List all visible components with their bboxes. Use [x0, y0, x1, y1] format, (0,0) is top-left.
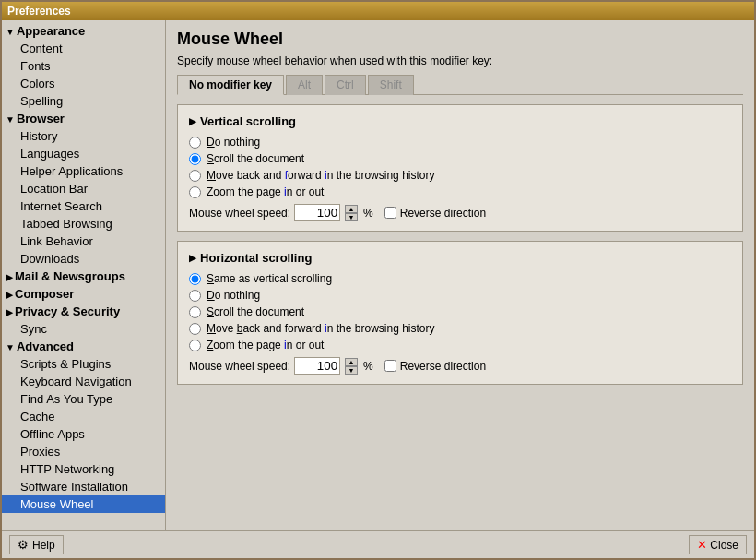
vertical-scrolling-header: ▶ Vertical scrolling	[189, 114, 731, 128]
sidebar-item-find-as-you-type[interactable]: Find As You Type	[2, 390, 165, 408]
sidebar-item-proxies[interactable]: Proxies	[2, 443, 165, 460]
vertical-scrolling-section: ▶ Vertical scrolling Do nothing Scroll t…	[177, 104, 743, 232]
sidebar-item-software-installation[interactable]: Software Installation	[2, 478, 165, 495]
v-move-back-row: Move back and forward in the browsing hi…	[189, 169, 731, 182]
triangle-icon: ▼	[6, 342, 15, 352]
v-scroll-doc-label: Scroll the document	[207, 152, 304, 165]
h-speed-input[interactable]	[294, 357, 340, 375]
sidebar-item-advanced[interactable]: ▼Advanced	[2, 338, 165, 355]
sidebar-item-appearance[interactable]: ▼Appearance	[2, 22, 165, 40]
sidebar: ▼Appearance Content Fonts Colors Spellin…	[2, 20, 166, 530]
page-title: Mouse Wheel	[177, 30, 743, 49]
preferences-window: Preferences ▼Appearance Content Fonts Co…	[0, 0, 756, 560]
v-move-back-label: Move back and forward in the browsing hi…	[207, 169, 434, 182]
h-move-back-radio[interactable]	[189, 323, 201, 335]
sidebar-item-internet-search[interactable]: Internet Search	[2, 197, 165, 215]
sidebar-item-downloads[interactable]: Downloads	[2, 250, 165, 268]
h-do-nothing-label: Do nothing	[207, 289, 260, 302]
h-speed-box: ▲ ▼	[290, 357, 358, 375]
v-do-nothing-row: Do nothing	[189, 136, 731, 149]
v-do-nothing-label: Do nothing	[207, 136, 260, 149]
triangle-icon: ▶	[6, 290, 13, 300]
v-speed-box: ▲ ▼	[290, 204, 358, 221]
sidebar-item-mouse-wheel[interactable]: Mouse Wheel	[2, 495, 165, 513]
sidebar-item-helper-applications[interactable]: Helper Applications	[2, 162, 165, 180]
h-move-back-label: Move back and forward in the browsing hi…	[207, 322, 435, 335]
triangle-icon: ▼	[6, 27, 15, 37]
v-zoom-radio[interactable]	[189, 186, 201, 198]
h-reverse-row: Reverse direction	[384, 360, 486, 373]
sidebar-item-colors[interactable]: Colors	[2, 75, 165, 92]
v-move-back-radio[interactable]	[189, 170, 201, 182]
h-same-vertical-label: Same as vertical scrolling	[207, 272, 332, 285]
v-zoom-row: Zoom the page in or out	[189, 185, 731, 198]
h-same-vertical-radio[interactable]	[189, 273, 201, 285]
h-do-nothing-row: Do nothing	[189, 289, 731, 302]
sidebar-item-link-behavior[interactable]: Link Behavior	[2, 232, 165, 250]
sidebar-item-privacy-security[interactable]: ▶Privacy & Security	[2, 303, 165, 320]
v-reverse-checkbox[interactable]	[384, 207, 396, 219]
v-zoom-label: Zoom the page in or out	[207, 185, 324, 198]
sidebar-item-sync[interactable]: Sync	[2, 320, 165, 338]
v-percent-label: %	[363, 207, 373, 220]
section-arrow-icon: ▶	[189, 116, 196, 126]
sidebar-item-location-bar[interactable]: Location Bar	[2, 180, 165, 197]
footer: ⚙ Help ✕ Close	[2, 530, 754, 558]
v-speed-up-button[interactable]: ▲	[345, 205, 358, 213]
content-area: ▼Appearance Content Fonts Colors Spellin…	[2, 20, 754, 530]
h-do-nothing-radio[interactable]	[189, 290, 201, 302]
sidebar-item-cache[interactable]: Cache	[2, 408, 165, 425]
h-speed-label: Mouse wheel speed:	[189, 360, 290, 373]
h-speed-row: Mouse wheel speed: ▲ ▼ % Reverse directi…	[189, 357, 731, 375]
tab-ctrl[interactable]: Ctrl	[325, 75, 366, 95]
v-scroll-doc-radio[interactable]	[189, 153, 201, 165]
sidebar-item-languages[interactable]: Languages	[2, 145, 165, 162]
horizontal-scrolling-section: ▶ Horizontal scrolling Same as vertical …	[177, 241, 743, 385]
sidebar-item-history[interactable]: History	[2, 127, 165, 145]
sidebar-item-spelling[interactable]: Spelling	[2, 92, 165, 110]
v-reverse-row: Reverse direction	[384, 207, 486, 220]
h-scroll-doc-radio[interactable]	[189, 306, 201, 318]
v-speed-down-button[interactable]: ▼	[345, 213, 358, 221]
h-scroll-doc-label: Scroll the document	[207, 305, 304, 318]
h-percent-label: %	[363, 360, 373, 373]
h-scroll-doc-row: Scroll the document	[189, 305, 731, 318]
sidebar-item-tabbed-browsing[interactable]: Tabbed Browsing	[2, 215, 165, 232]
tab-alt[interactable]: Alt	[286, 75, 323, 95]
h-move-back-row: Move back and forward in the browsing hi…	[189, 322, 731, 335]
v-scroll-doc-row: Scroll the document	[189, 152, 731, 165]
sidebar-item-scripts-plugins[interactable]: Scripts & Plugins	[2, 355, 165, 373]
sidebar-item-http-networking[interactable]: HTTP Networking	[2, 460, 165, 478]
horizontal-scrolling-header: ▶ Horizontal scrolling	[189, 251, 731, 265]
h-same-vertical-row: Same as vertical scrolling	[189, 272, 731, 285]
h-zoom-radio[interactable]	[189, 340, 201, 351]
v-do-nothing-radio[interactable]	[189, 137, 201, 149]
sidebar-item-composer[interactable]: ▶Composer	[2, 285, 165, 303]
main-panel: Mouse Wheel Specify mouse wheel behavior…	[166, 20, 754, 530]
tab-shift[interactable]: Shift	[368, 75, 414, 95]
sidebar-item-fonts[interactable]: Fonts	[2, 57, 165, 75]
help-icon: ⚙	[18, 538, 29, 552]
sidebar-item-browser[interactable]: ▼Browser	[2, 110, 165, 127]
sidebar-item-content[interactable]: Content	[2, 40, 165, 57]
h-speed-up-button[interactable]: ▲	[345, 358, 358, 366]
tab-bar: No modifier key Alt Ctrl Shift	[177, 75, 743, 95]
help-button[interactable]: ⚙ Help	[9, 535, 64, 554]
section-arrow-icon: ▶	[189, 253, 196, 263]
h-reverse-checkbox[interactable]	[384, 360, 396, 372]
page-subtitle: Specify mouse wheel behavior when used w…	[177, 54, 743, 67]
sidebar-item-keyboard-navigation[interactable]: Keyboard Navigation	[2, 373, 165, 390]
triangle-icon: ▶	[6, 307, 13, 317]
v-speed-input[interactable]	[294, 204, 340, 221]
h-spinner: ▲ ▼	[345, 358, 358, 375]
h-zoom-row: Zoom the page in or out	[189, 339, 731, 351]
sidebar-item-offline-apps[interactable]: Offline Apps	[2, 425, 165, 443]
close-button[interactable]: ✕ Close	[689, 535, 747, 554]
sidebar-item-mail-newsgroups[interactable]: ▶Mail & Newsgroups	[2, 268, 165, 285]
v-spinner: ▲ ▼	[345, 205, 358, 221]
h-speed-down-button[interactable]: ▼	[345, 366, 358, 375]
h-zoom-label: Zoom the page in or out	[207, 339, 324, 351]
tab-no-modifier[interactable]: No modifier key	[177, 75, 284, 95]
v-speed-label: Mouse wheel speed:	[189, 207, 290, 220]
close-icon: ✕	[697, 538, 707, 552]
